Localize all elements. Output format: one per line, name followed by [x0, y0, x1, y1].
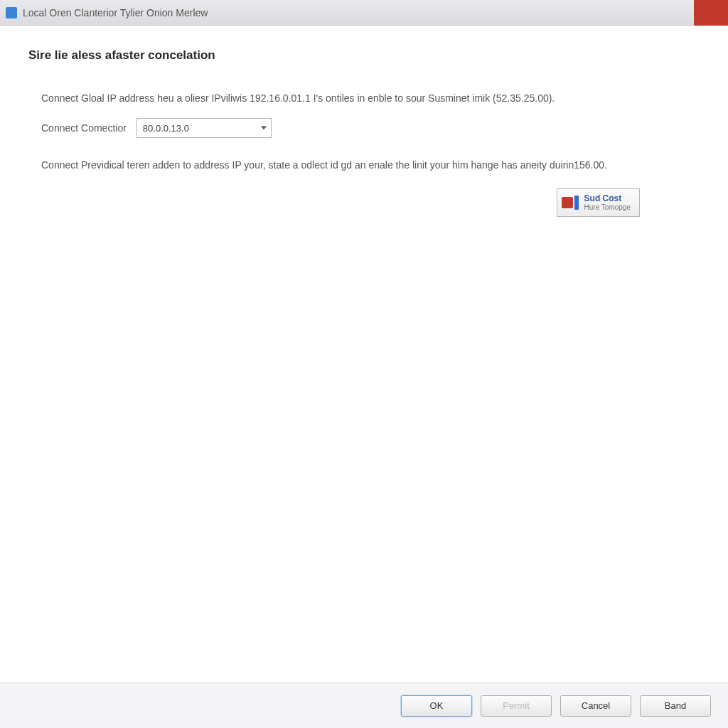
- cancel-button[interactable]: Cancel: [560, 695, 631, 717]
- content-area: Sire lie aless afaster concelation Conne…: [0, 26, 728, 682]
- chevron-down-icon: [261, 127, 267, 130]
- connector-dropdown[interactable]: 80.0.0.13.0: [136, 118, 272, 138]
- band-button[interactable]: Band: [640, 695, 711, 717]
- shield-action-button[interactable]: Sud Cost Hure Tomopge: [557, 188, 640, 217]
- connector-label: Connect Comectior: [41, 122, 127, 134]
- shield-title: Sud Cost: [584, 194, 631, 203]
- second-paragraph: Connect Previdical teren adden to addres…: [41, 158, 640, 172]
- shield-icon: [562, 196, 579, 210]
- intro-paragraph: Connect Gloal IP address heu a oliesr IP…: [41, 91, 640, 105]
- connector-row: Connect Comectior 80.0.0.13.0: [41, 118, 640, 138]
- footer-bar: OK Permit Cancel Band: [0, 682, 728, 728]
- page-heading: Sire lie aless afaster concelation: [28, 48, 700, 63]
- permit-button: Permit: [481, 695, 552, 717]
- titlebar: Local Oren Clanterior Tylier Onion Merle…: [0, 0, 728, 26]
- window-title: Local Oren Clanterior Tylier Onion Merle…: [23, 7, 208, 18]
- connector-value: 80.0.0.13.0: [143, 123, 189, 134]
- app-icon: [6, 7, 17, 18]
- shield-subtitle: Hure Tomopge: [584, 203, 631, 211]
- ok-button[interactable]: OK: [401, 695, 472, 717]
- close-button[interactable]: [694, 0, 728, 26]
